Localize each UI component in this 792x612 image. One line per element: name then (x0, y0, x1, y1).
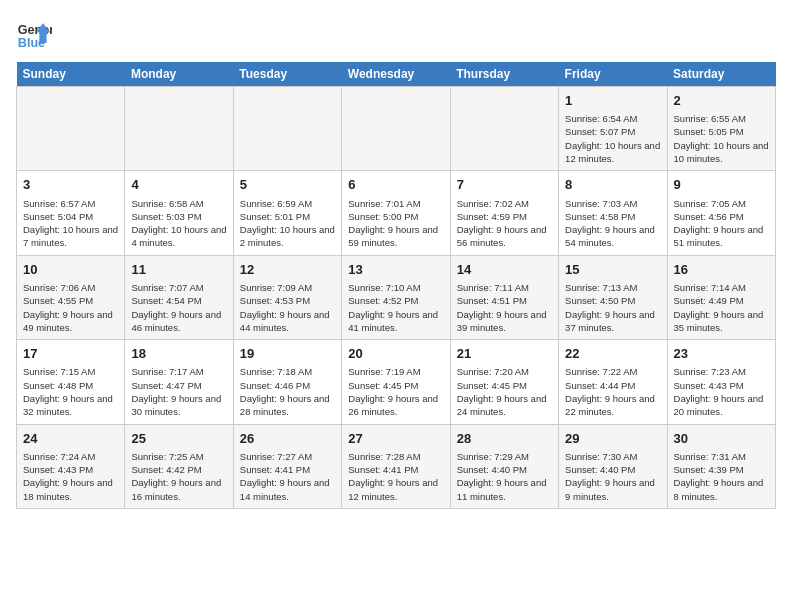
day-info: Sunset: 4:56 PM (674, 210, 769, 223)
day-info: Sunset: 4:40 PM (457, 463, 552, 476)
day-number: 17 (23, 345, 118, 363)
day-number: 20 (348, 345, 443, 363)
day-info: Daylight: 9 hours and 16 minutes. (131, 476, 226, 503)
day-number: 12 (240, 261, 335, 279)
day-number: 22 (565, 345, 660, 363)
day-info: Sunrise: 7:15 AM (23, 365, 118, 378)
day-info: Sunset: 4:46 PM (240, 379, 335, 392)
calendar-cell: 12Sunrise: 7:09 AMSunset: 4:53 PMDayligh… (233, 255, 341, 339)
day-number: 27 (348, 430, 443, 448)
day-info: Sunrise: 7:25 AM (131, 450, 226, 463)
calendar-cell: 2Sunrise: 6:55 AMSunset: 5:05 PMDaylight… (667, 87, 775, 171)
day-info: Sunrise: 7:10 AM (348, 281, 443, 294)
calendar-week-2: 3Sunrise: 6:57 AMSunset: 5:04 PMDaylight… (17, 171, 776, 255)
day-info: Daylight: 9 hours and 30 minutes. (131, 392, 226, 419)
day-number: 18 (131, 345, 226, 363)
day-info: Sunrise: 7:24 AM (23, 450, 118, 463)
day-info: Sunset: 5:04 PM (23, 210, 118, 223)
day-number: 11 (131, 261, 226, 279)
day-number: 25 (131, 430, 226, 448)
day-info: Daylight: 9 hours and 11 minutes. (457, 476, 552, 503)
calendar-cell: 13Sunrise: 7:10 AMSunset: 4:52 PMDayligh… (342, 255, 450, 339)
day-info: Sunrise: 7:03 AM (565, 197, 660, 210)
day-info: Sunset: 4:47 PM (131, 379, 226, 392)
calendar-week-4: 17Sunrise: 7:15 AMSunset: 4:48 PMDayligh… (17, 340, 776, 424)
day-info: Daylight: 9 hours and 37 minutes. (565, 308, 660, 335)
calendar-table: SundayMondayTuesdayWednesdayThursdayFrid… (16, 62, 776, 509)
day-info: Sunset: 4:40 PM (565, 463, 660, 476)
day-info: Sunset: 5:05 PM (674, 125, 769, 138)
day-info: Sunrise: 7:27 AM (240, 450, 335, 463)
day-info: Daylight: 10 hours and 2 minutes. (240, 223, 335, 250)
day-number: 16 (674, 261, 769, 279)
day-info: Sunset: 4:39 PM (674, 463, 769, 476)
day-info: Daylight: 9 hours and 18 minutes. (23, 476, 118, 503)
calendar-cell: 5Sunrise: 6:59 AMSunset: 5:01 PMDaylight… (233, 171, 341, 255)
day-info: Sunrise: 7:02 AM (457, 197, 552, 210)
day-number: 5 (240, 176, 335, 194)
day-info: Sunrise: 7:11 AM (457, 281, 552, 294)
calendar-cell: 10Sunrise: 7:06 AMSunset: 4:55 PMDayligh… (17, 255, 125, 339)
day-info: Sunrise: 7:23 AM (674, 365, 769, 378)
day-number: 30 (674, 430, 769, 448)
day-info: Sunrise: 6:55 AM (674, 112, 769, 125)
day-number: 6 (348, 176, 443, 194)
calendar-cell: 20Sunrise: 7:19 AMSunset: 4:45 PMDayligh… (342, 340, 450, 424)
calendar-cell: 15Sunrise: 7:13 AMSunset: 4:50 PMDayligh… (559, 255, 667, 339)
calendar-cell: 8Sunrise: 7:03 AMSunset: 4:58 PMDaylight… (559, 171, 667, 255)
weekday-header-monday: Monday (125, 62, 233, 87)
day-info: Daylight: 9 hours and 20 minutes. (674, 392, 769, 419)
day-number: 23 (674, 345, 769, 363)
day-info: Daylight: 9 hours and 32 minutes. (23, 392, 118, 419)
day-number: 7 (457, 176, 552, 194)
calendar-week-5: 24Sunrise: 7:24 AMSunset: 4:43 PMDayligh… (17, 424, 776, 508)
calendar-cell (233, 87, 341, 171)
day-info: Sunset: 4:44 PM (565, 379, 660, 392)
day-info: Sunrise: 7:30 AM (565, 450, 660, 463)
day-number: 19 (240, 345, 335, 363)
day-info: Daylight: 10 hours and 12 minutes. (565, 139, 660, 166)
day-info: Sunset: 4:52 PM (348, 294, 443, 307)
day-info: Daylight: 9 hours and 8 minutes. (674, 476, 769, 503)
calendar-cell: 11Sunrise: 7:07 AMSunset: 4:54 PMDayligh… (125, 255, 233, 339)
day-info: Sunset: 4:43 PM (674, 379, 769, 392)
day-number: 2 (674, 92, 769, 110)
day-info: Daylight: 10 hours and 7 minutes. (23, 223, 118, 250)
day-number: 26 (240, 430, 335, 448)
day-info: Sunrise: 7:09 AM (240, 281, 335, 294)
day-info: Sunset: 4:58 PM (565, 210, 660, 223)
day-number: 10 (23, 261, 118, 279)
weekday-header-friday: Friday (559, 62, 667, 87)
day-info: Sunset: 5:03 PM (131, 210, 226, 223)
calendar-cell: 14Sunrise: 7:11 AMSunset: 4:51 PMDayligh… (450, 255, 558, 339)
day-number: 28 (457, 430, 552, 448)
day-info: Sunset: 4:55 PM (23, 294, 118, 307)
day-info: Daylight: 9 hours and 14 minutes. (240, 476, 335, 503)
day-info: Daylight: 9 hours and 44 minutes. (240, 308, 335, 335)
day-number: 21 (457, 345, 552, 363)
day-info: Sunset: 4:50 PM (565, 294, 660, 307)
calendar-cell: 23Sunrise: 7:23 AMSunset: 4:43 PMDayligh… (667, 340, 775, 424)
calendar-week-1: 1Sunrise: 6:54 AMSunset: 5:07 PMDaylight… (17, 87, 776, 171)
day-info: Sunrise: 7:06 AM (23, 281, 118, 294)
calendar-cell (342, 87, 450, 171)
day-info: Sunrise: 7:20 AM (457, 365, 552, 378)
day-info: Sunset: 4:51 PM (457, 294, 552, 307)
day-info: Sunset: 4:54 PM (131, 294, 226, 307)
day-info: Sunset: 4:59 PM (457, 210, 552, 223)
day-info: Daylight: 9 hours and 24 minutes. (457, 392, 552, 419)
day-info: Daylight: 9 hours and 12 minutes. (348, 476, 443, 503)
day-info: Daylight: 9 hours and 28 minutes. (240, 392, 335, 419)
calendar-week-3: 10Sunrise: 7:06 AMSunset: 4:55 PMDayligh… (17, 255, 776, 339)
calendar-cell: 9Sunrise: 7:05 AMSunset: 4:56 PMDaylight… (667, 171, 775, 255)
day-info: Daylight: 9 hours and 59 minutes. (348, 223, 443, 250)
calendar-cell (125, 87, 233, 171)
day-info: Sunrise: 7:31 AM (674, 450, 769, 463)
calendar-cell: 1Sunrise: 6:54 AMSunset: 5:07 PMDaylight… (559, 87, 667, 171)
weekday-header-thursday: Thursday (450, 62, 558, 87)
day-info: Daylight: 9 hours and 56 minutes. (457, 223, 552, 250)
day-info: Sunrise: 7:14 AM (674, 281, 769, 294)
day-info: Daylight: 9 hours and 26 minutes. (348, 392, 443, 419)
day-info: Sunrise: 7:01 AM (348, 197, 443, 210)
calendar-cell: 30Sunrise: 7:31 AMSunset: 4:39 PMDayligh… (667, 424, 775, 508)
